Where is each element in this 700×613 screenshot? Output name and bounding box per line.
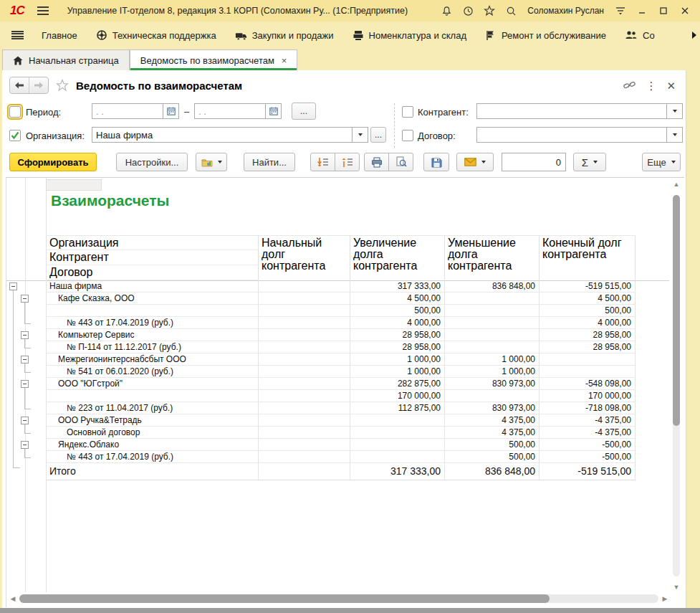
sections-menu-icon[interactable] xyxy=(11,31,23,39)
find-button[interactable]: Найти... xyxy=(244,153,295,171)
header-opening-debt[interactable]: Начальный долг контрагента xyxy=(259,235,350,280)
cell-value[interactable] xyxy=(259,427,350,439)
collapse-groups-button[interactable] xyxy=(335,153,360,171)
organization-checkbox[interactable] xyxy=(9,130,21,141)
forward-button[interactable] xyxy=(29,77,48,93)
menu-item-tech-support[interactable]: Техническая поддержка xyxy=(96,29,216,41)
cell-value[interactable] xyxy=(350,439,445,451)
cell-value[interactable]: 1 000,00 xyxy=(445,366,540,378)
cell-value[interactable]: 317 333,00 xyxy=(350,463,445,480)
cell-value[interactable] xyxy=(540,353,636,366)
cell-value[interactable] xyxy=(445,305,540,317)
report-variants-button[interactable] xyxy=(196,153,227,171)
cell-value[interactable]: 28 958,00 xyxy=(350,341,445,353)
cell-value[interactable] xyxy=(445,341,540,353)
cell-value[interactable] xyxy=(350,427,445,439)
scroll-left-arrow[interactable]: ◀ xyxy=(9,595,16,602)
cell-name[interactable]: Яндекс.Облако xyxy=(46,439,259,451)
menu-item-main[interactable]: Главное xyxy=(42,30,77,41)
cell-name[interactable]: ООО Ручка&Тетрадь xyxy=(46,414,259,427)
cell-name[interactable]: № 443 от 17.04.2019 (руб.) xyxy=(46,451,259,463)
cell-value[interactable]: 500,00 xyxy=(445,451,540,463)
cell-value[interactable]: -718 098,00 xyxy=(540,402,636,414)
cell-value[interactable]: 500,00 xyxy=(350,305,445,317)
period-checkbox[interactable] xyxy=(9,106,21,118)
cell-name[interactable] xyxy=(46,305,259,317)
search-icon[interactable] xyxy=(500,2,522,19)
generate-button[interactable]: Сформировать xyxy=(9,153,97,171)
dropdown-arrow-icon[interactable] xyxy=(666,104,682,118)
cell-value[interactable]: 4 000,00 xyxy=(540,317,636,329)
tab-report[interactable]: Ведомость по взаиморасчетам × xyxy=(130,49,298,70)
tree-collapse-button[interactable] xyxy=(21,417,29,424)
scroll-down-arrow[interactable]: ▼ xyxy=(673,584,680,591)
horizontal-scrollbar[interactable]: ◀ ▶ xyxy=(9,594,668,604)
menu-item-truncated[interactable]: Со xyxy=(625,30,655,41)
cell-value[interactable] xyxy=(445,329,540,341)
cell-value[interactable]: -500,00 xyxy=(540,439,636,451)
header-contractor[interactable]: Контрагент xyxy=(46,250,259,265)
cell-name[interactable]: Наша фирма xyxy=(46,280,259,293)
cell-value[interactable]: 112 875,00 xyxy=(350,402,445,414)
menu-overflow-arrow[interactable] xyxy=(691,31,697,39)
cell-value[interactable] xyxy=(259,317,350,329)
header-contract[interactable]: Договор xyxy=(46,265,259,280)
cell-value[interactable]: 836 848,00 xyxy=(445,463,540,480)
spreadsheet-corner-cell[interactable] xyxy=(46,179,102,191)
cell-name[interactable]: № П-114 от 11.12.2017 (руб.) xyxy=(46,341,259,353)
cell-value[interactable]: 830 973,00 xyxy=(445,402,540,414)
cell-name[interactable]: Основной договор xyxy=(46,427,259,439)
close-window-button[interactable] xyxy=(674,2,696,19)
tab-close-icon[interactable]: × xyxy=(282,55,287,66)
maximize-button[interactable] xyxy=(653,2,674,19)
contract-field[interactable] xyxy=(476,127,683,143)
cell-value[interactable] xyxy=(540,366,636,378)
header-debt-decrease[interactable]: Уменьшение долга контрагента xyxy=(445,235,540,280)
cell-value[interactable] xyxy=(259,463,350,480)
vertical-scroll-thumb[interactable] xyxy=(673,195,680,426)
cell-value[interactable] xyxy=(445,293,540,305)
cell-value[interactable]: 317 333,00 xyxy=(350,280,445,293)
cell-value[interactable]: 28 958,00 xyxy=(540,341,636,353)
tree-collapse-button[interactable] xyxy=(21,356,29,363)
cell-value[interactable]: 170 000,00 xyxy=(350,390,445,402)
cell-value[interactable] xyxy=(259,280,350,293)
organization-field[interactable]: Наша фирма xyxy=(92,127,368,143)
cell-value[interactable] xyxy=(259,402,350,414)
service-menu-icon[interactable] xyxy=(610,2,631,19)
period-more-button[interactable]: ... xyxy=(292,103,316,120)
cell-name[interactable]: № 223 от 11.04.2017 (руб.) xyxy=(46,402,259,414)
menu-item-repair-service[interactable]: Ремонт и обслуживание xyxy=(485,30,606,41)
notifications-bell-icon[interactable] xyxy=(436,2,457,19)
settings-button[interactable]: Настройки... xyxy=(116,153,188,171)
cell-value[interactable]: 4 500,00 xyxy=(540,293,636,305)
tree-collapse-button[interactable] xyxy=(21,441,29,449)
cell-value[interactable]: 170 000,00 xyxy=(540,390,636,402)
cell-value[interactable]: -500,00 xyxy=(540,451,636,463)
get-link-icon[interactable] xyxy=(623,80,636,90)
cell-value[interactable]: 4 500,00 xyxy=(350,293,445,305)
cell-value[interactable]: -4 375,00 xyxy=(540,414,636,427)
autosum-value-field[interactable]: 0 xyxy=(502,153,566,171)
cell-value[interactable] xyxy=(259,341,350,353)
cell-name[interactable]: Межрегионинтерснабсбыт ООО xyxy=(46,353,259,366)
scroll-right-arrow[interactable]: ▶ xyxy=(661,595,668,602)
cell-value[interactable] xyxy=(445,317,540,329)
organization-more-button[interactable]: ... xyxy=(370,127,386,143)
cell-value[interactable]: -548 098,00 xyxy=(540,378,636,390)
cell-value[interactable] xyxy=(259,451,350,463)
print-icon[interactable] xyxy=(364,153,389,171)
cell-value[interactable]: 28 958,00 xyxy=(350,329,445,341)
cell-value[interactable] xyxy=(259,390,350,402)
minimize-button[interactable] xyxy=(631,2,653,19)
cell-value[interactable]: 282 875,00 xyxy=(350,378,445,390)
calendar-icon[interactable] xyxy=(163,104,178,118)
cell-value[interactable]: 1 000,00 xyxy=(445,353,540,366)
period-to-field[interactable]: . . xyxy=(194,103,282,119)
add-favorite-star-icon[interactable] xyxy=(56,79,69,92)
send-email-button[interactable] xyxy=(456,153,494,171)
cell-value[interactable] xyxy=(259,439,350,451)
scroll-up-arrow[interactable]: ▲ xyxy=(673,181,680,188)
period-from-value[interactable]: . . xyxy=(92,106,163,117)
cell-value[interactable] xyxy=(259,353,350,366)
